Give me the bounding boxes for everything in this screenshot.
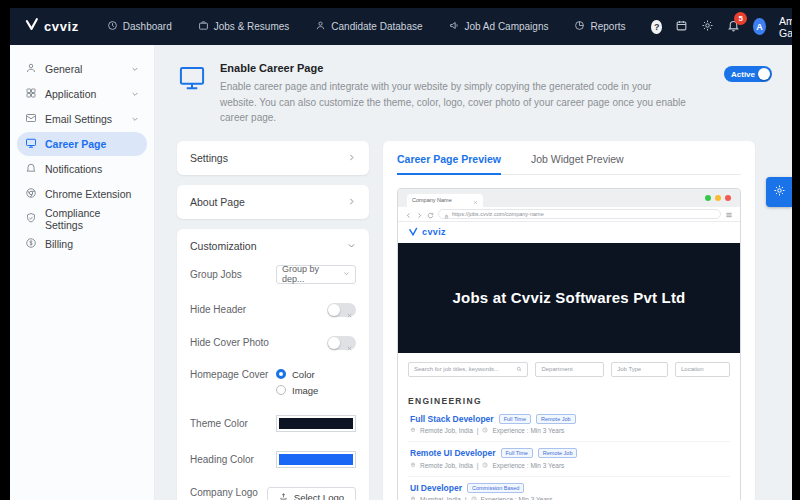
lock-icon [444, 205, 449, 223]
career-page-hero: Jobs at Cvviz Softwares Pvt Ltd [398, 243, 740, 353]
sidebar-item-label: General [45, 63, 82, 75]
sidebar-item-label: Billing [45, 238, 73, 250]
toggle-knob [328, 304, 340, 316]
sidebar-item-label: Email Settings [45, 113, 112, 125]
avatar[interactable]: A [753, 18, 766, 35]
nav-item-candidate-database[interactable]: Candidate Database [315, 20, 422, 33]
help-icon[interactable]: ? [651, 20, 662, 34]
person-icon [25, 62, 37, 76]
sidebar-item-compliance-settings[interactable]: Compliance Settings [17, 207, 147, 231]
heading-color-field: Heading Color [190, 451, 356, 468]
browser-chrome-bar: Company Name [398, 189, 740, 207]
chevron-right-icon [347, 196, 356, 208]
sidebar-item-application[interactable]: Application [17, 82, 147, 106]
pin-icon [410, 427, 416, 434]
job-title-link[interactable]: Remote UI Developer [410, 448, 496, 458]
company-logo-label: Company Logo [190, 487, 258, 498]
sidebar-item-chrome-extension[interactable]: Chrome Extension [17, 182, 147, 206]
floating-settings-button[interactable] [766, 177, 792, 207]
sidebar-item-notifications[interactable]: Notifications [17, 157, 147, 181]
job-search-input[interactable]: Search for job titles, keywords... [408, 362, 528, 377]
customization-column: Settings About Page Customization [177, 141, 369, 500]
job-badge: Commission Based [467, 483, 524, 493]
job-title-link[interactable]: Full Stack Developer [410, 414, 494, 424]
shield-check-icon [25, 212, 37, 226]
nav-item-dashboard[interactable]: Dashboard [107, 20, 172, 33]
user-name[interactable]: Amit Gawande [779, 15, 792, 39]
cover-color-radio[interactable]: Color [276, 369, 356, 380]
nav-item-job-ad-campaigns[interactable]: Job Ad Campaigns [449, 20, 549, 33]
filter-placeholder: Location [681, 366, 704, 372]
red-light-icon [725, 195, 731, 201]
enable-description: Enable career page and integrate with yo… [220, 79, 688, 126]
gear-icon[interactable] [701, 18, 714, 36]
job-badge: Remote Job [538, 448, 578, 458]
hide-header-toggle[interactable] [327, 303, 356, 317]
job-experience: Experience : Min 3 Years [481, 496, 553, 500]
heading-color-swatch[interactable] [276, 451, 356, 468]
yellow-light-icon [715, 195, 721, 201]
job-title-link[interactable]: UI Developer [410, 483, 462, 493]
clock-icon [471, 496, 477, 500]
homepage-cover-label: Homepage Cover [190, 369, 268, 380]
radio-label: Image [292, 385, 318, 396]
sidebar-item-general[interactable]: General [17, 57, 147, 81]
theme-color-swatch[interactable] [276, 415, 356, 432]
career-page-logo: cvviz [422, 227, 446, 237]
upload-icon [279, 492, 288, 500]
calendar-icon[interactable] [675, 18, 688, 36]
gear-icon [773, 183, 786, 201]
sidebar-item-email-settings[interactable]: Email Settings [17, 107, 147, 131]
menu-icon [725, 205, 733, 223]
envelope-icon [25, 112, 37, 126]
meta-separator: | [477, 427, 479, 434]
department-filter[interactable]: Department [535, 362, 604, 377]
career-page-header: cvviz [398, 222, 740, 243]
group-jobs-field: Group Jobs Group by dep... [190, 265, 356, 284]
hero-title: Jobs at Cvviz Softwares Pvt Ltd [453, 289, 686, 306]
back-icon [405, 205, 412, 223]
hide-cover-photo-toggle[interactable] [327, 336, 356, 350]
location-filter[interactable]: Location [675, 362, 730, 377]
group-jobs-select[interactable]: Group by dep... [276, 265, 356, 284]
tab-career-page-preview[interactable]: Career Page Preview [397, 153, 501, 174]
nav-item-label: Reports [590, 21, 625, 32]
chevron-down-icon [131, 113, 139, 125]
nav-item-jobs-resumes[interactable]: Jobs & Resumes [198, 20, 290, 33]
department-section-title: ENGINEERING [408, 396, 730, 406]
settings-accordion[interactable]: Settings [177, 141, 369, 175]
filter-placeholder: Department [541, 366, 572, 372]
pie-chart-icon [574, 20, 585, 33]
job-row: UI Developer Commission Based Mumbai, In… [408, 477, 730, 500]
job-row: Full Stack Developer Full Time Remote Jo… [408, 408, 730, 443]
career-page-active-toggle[interactable]: Active [724, 66, 772, 82]
preview-panel: Career Page Preview Job Widget Preview C… [383, 141, 755, 500]
sidebar-item-career-page[interactable]: Career Page [17, 132, 147, 156]
notifications-bell[interactable]: 5 [727, 18, 740, 36]
url-text: https://jobs.cvviz.com/company-name [452, 211, 544, 217]
radio-selected-icon [276, 369, 286, 379]
browser-tab-title: Company Name [412, 197, 452, 203]
accordion-label: Customization [190, 240, 257, 252]
nav-item-reports[interactable]: Reports [574, 20, 625, 33]
select-logo-button[interactable]: Select Logo [267, 487, 356, 500]
job-type-filter[interactable]: Job Type [611, 362, 668, 377]
brand-logo[interactable]: cvviz [24, 17, 79, 36]
accordion-label: Settings [190, 152, 228, 164]
chevron-down-icon [131, 88, 139, 100]
about-page-accordion[interactable]: About Page [177, 185, 369, 219]
sidebar-item-billing[interactable]: Billing [17, 232, 147, 256]
group-jobs-label: Group Jobs [190, 269, 242, 280]
avatar-initial: A [756, 22, 763, 32]
brand-check-icon [24, 17, 39, 36]
forward-icon [416, 205, 423, 223]
customization-accordion-header[interactable]: Customization [177, 229, 369, 263]
select-logo-label: Select Logo [294, 492, 344, 500]
green-light-icon [705, 195, 711, 201]
job-badge: Remote Job [536, 414, 576, 424]
brand-name: cvviz [44, 19, 79, 34]
cover-image-radio[interactable]: Image [276, 385, 356, 396]
theme-color-value [279, 418, 353, 429]
browser-url-bar: https://jobs.cvviz.com/company-name [398, 207, 740, 222]
tab-job-widget-preview[interactable]: Job Widget Preview [531, 153, 624, 174]
